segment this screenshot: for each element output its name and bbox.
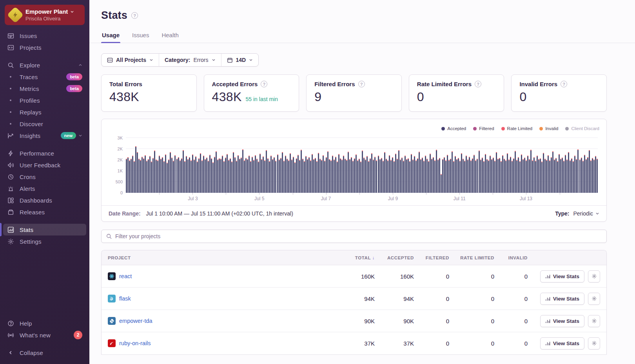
- col-project[interactable]: PROJECT: [108, 255, 337, 260]
- view-stats-button[interactable]: View Stats: [540, 270, 584, 283]
- chart-bar: [167, 163, 168, 193]
- chart-bar: [586, 159, 587, 193]
- sidebar-nav: Issues Projects Explore Traces beta Metr…: [0, 30, 89, 247]
- legend-client-discard[interactable]: Client Discard: [565, 126, 599, 131]
- tab-issues[interactable]: Issues: [131, 32, 150, 43]
- x-axis-tick-mark: [426, 193, 426, 195]
- project-settings-button[interactable]: [588, 293, 600, 305]
- sidebar-item-performance[interactable]: Performance: [3, 147, 86, 159]
- col-filtered[interactable]: FILTERED: [414, 255, 449, 260]
- view-stats-button[interactable]: View Stats: [540, 315, 584, 327]
- legend-rate-limited[interactable]: Rate Limited: [501, 126, 533, 131]
- chart-bar: [291, 159, 292, 193]
- legend-invalid[interactable]: Invalid: [539, 126, 558, 131]
- insights-icon: [7, 132, 14, 139]
- chart-bar: [472, 158, 473, 193]
- x-axis-tick-mark: [459, 193, 460, 195]
- sidebar-item-projects[interactable]: Projects: [3, 42, 86, 53]
- view-stats-button[interactable]: View Stats: [540, 293, 584, 305]
- category-dropdown[interactable]: Category: Errors: [159, 54, 221, 66]
- sidebar-item-alerts[interactable]: Alerts: [3, 183, 86, 194]
- card-help-icon[interactable]: ?: [261, 81, 267, 87]
- chart-bar: [173, 161, 174, 193]
- sidebar-item-dashboards[interactable]: Dashboards: [3, 194, 86, 206]
- org-logo-icon: [7, 7, 24, 23]
- chart-bar: [225, 158, 226, 193]
- sidebar-item-explore[interactable]: Explore: [3, 59, 86, 71]
- sidebar-item-discover[interactable]: Discover: [3, 118, 86, 130]
- project-link[interactable]: ruby-on-rails: [119, 340, 151, 346]
- date-range-dropdown[interactable]: 14D: [221, 54, 259, 66]
- sidebar-item-stats[interactable]: Stats: [3, 224, 86, 235]
- chart-bar: [447, 155, 448, 193]
- chart-bar: [275, 161, 276, 193]
- sidebar-item-settings[interactable]: Settings: [3, 235, 86, 247]
- chart-bar: [302, 159, 303, 193]
- chevron-down-icon: [249, 58, 253, 62]
- col-invalid[interactable]: INVALID: [494, 255, 528, 260]
- project-settings-button[interactable]: [588, 270, 600, 283]
- sidebar-item-traces[interactable]: Traces beta: [3, 71, 86, 83]
- chart-bar: [412, 159, 414, 193]
- legend-accepted[interactable]: Accepted: [441, 126, 466, 131]
- chart-bar: [319, 159, 321, 193]
- chart-bar: [316, 161, 318, 193]
- chart-bar: [458, 158, 459, 193]
- tab-health[interactable]: Health: [161, 32, 179, 43]
- sidebar-item-insights[interactable]: Insights new: [3, 130, 86, 141]
- sidebar-item-whats-new[interactable]: What's new 2: [3, 329, 86, 341]
- chart-bar: [168, 159, 169, 193]
- chart-bar: [194, 159, 195, 193]
- project-link[interactable]: empower-tda: [119, 318, 152, 324]
- chart-bar: [184, 161, 185, 193]
- tab-usage[interactable]: Usage: [101, 32, 120, 43]
- project-link[interactable]: flask: [119, 295, 131, 302]
- project-search-input[interactable]: [115, 233, 602, 239]
- chart-bar: [408, 158, 409, 193]
- project-settings-button[interactable]: [588, 337, 600, 350]
- chart-bar: [176, 159, 178, 193]
- sidebar-item-user-feedback[interactable]: User Feedback: [3, 159, 86, 171]
- page-help-icon[interactable]: ?: [131, 12, 138, 19]
- project-filter-dropdown[interactable]: All Projects: [102, 54, 159, 66]
- card-label: Accepted Errors: [212, 81, 258, 87]
- chart-bar: [524, 158, 525, 193]
- col-accepted[interactable]: ACCEPTED: [375, 255, 414, 260]
- chart-bar: [259, 154, 261, 193]
- card-help-icon[interactable]: ?: [475, 81, 481, 87]
- chart-bar: [378, 156, 379, 193]
- card-total-errors: Total Errors 438K: [101, 74, 197, 112]
- chart-bar: [488, 160, 489, 193]
- type-dropdown[interactable]: Periodic: [573, 210, 599, 217]
- bar-chart-icon: [545, 274, 550, 279]
- sidebar-item-crons[interactable]: Crons: [3, 171, 86, 183]
- sidebar-item-issues[interactable]: Issues: [3, 30, 86, 42]
- chart-bar: [134, 161, 135, 193]
- sidebar-item-profiles[interactable]: Profiles: [3, 94, 86, 106]
- sidebar-item-releases[interactable]: Releases: [3, 206, 86, 218]
- view-stats-button[interactable]: View Stats: [540, 337, 584, 350]
- chart-bar: [526, 160, 527, 193]
- card-help-icon[interactable]: ?: [561, 81, 567, 87]
- project-link[interactable]: react: [119, 273, 132, 279]
- sidebar-item-help[interactable]: Help: [3, 317, 86, 329]
- card-help-icon[interactable]: ?: [358, 81, 365, 87]
- chart-bar: [287, 159, 288, 193]
- legend-filtered[interactable]: Filtered: [473, 126, 494, 131]
- chart-bar: [256, 159, 258, 193]
- chart-bar: [383, 161, 384, 193]
- project-settings-button[interactable]: [588, 315, 600, 327]
- sidebar-item-metrics[interactable]: Metrics beta: [3, 83, 86, 94]
- chart-bar: [315, 158, 316, 193]
- col-rate-limited[interactable]: RATE LIMITED: [449, 255, 494, 260]
- chart-bar: [474, 155, 475, 193]
- category-value: Errors: [193, 57, 208, 63]
- chart-bar: [371, 153, 372, 193]
- table-row: react 160K 160K 0 0 0 View Stats: [102, 265, 606, 288]
- siren-icon: [7, 185, 14, 192]
- col-total[interactable]: TOTAL ↓: [337, 255, 375, 260]
- chart-bar: [261, 159, 262, 193]
- org-switcher[interactable]: Empower Plant Priscila Oliveira: [5, 5, 85, 25]
- sidebar-item-replays[interactable]: Replays: [3, 106, 86, 118]
- sidebar-item-collapse[interactable]: Collapse: [3, 347, 86, 359]
